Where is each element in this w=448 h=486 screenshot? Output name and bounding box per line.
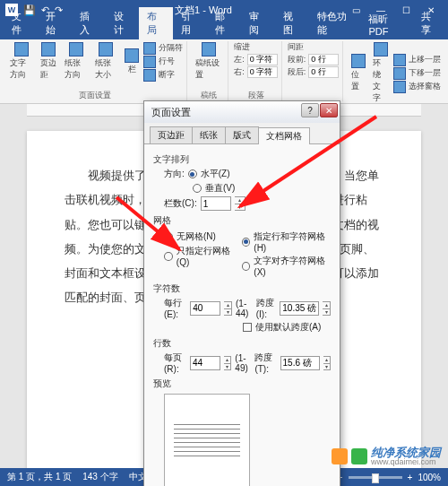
dialog-help-button[interactable]: ? bbox=[301, 103, 319, 117]
preview-pane bbox=[164, 394, 250, 486]
columns-spinner[interactable]: ▴▾ bbox=[235, 196, 246, 211]
indent-left-input[interactable] bbox=[247, 54, 278, 65]
zoom-level[interactable]: 100% bbox=[418, 473, 441, 482]
text-direction-button[interactable]: 文字方向 bbox=[7, 41, 36, 82]
dialog-title: 页面设置 bbox=[151, 106, 191, 119]
line-numbers-button[interactable]: 行号 bbox=[143, 56, 183, 68]
vertical-radio[interactable] bbox=[193, 184, 202, 193]
line-pitch-input[interactable] bbox=[280, 356, 320, 370]
tab-design[interactable]: 设计 bbox=[106, 7, 140, 39]
spacing-label: 间距 bbox=[288, 41, 340, 53]
tab-references[interactable]: 引用 bbox=[173, 7, 207, 39]
share-button[interactable]: 共享 bbox=[412, 7, 448, 39]
per-page-label: 每页(R): bbox=[164, 351, 186, 374]
direction-label: 方向: bbox=[164, 168, 185, 180]
ribbon-tabs: 文件 开始 插入 设计 布局 引用 邮件 审阅 视图 特色功能 福昕PDF 共享 bbox=[0, 20, 448, 39]
tab-view[interactable]: 视图 bbox=[275, 7, 309, 39]
line-pitch-spinner[interactable]: ▴▾ bbox=[323, 356, 331, 370]
ribbon: 文字方向 页边距 纸张方向 纸张大小 栏 分隔符 行号 断字 页面设置 稿纸设置… bbox=[0, 39, 448, 104]
bring-forward-button[interactable]: 上移一层 bbox=[393, 54, 441, 66]
dialog-tab-layout[interactable]: 版式 bbox=[225, 126, 259, 143]
indent-right-input[interactable] bbox=[247, 66, 278, 78]
per-page-range: (1-49) bbox=[235, 353, 251, 373]
tab-home[interactable]: 开始 bbox=[38, 7, 72, 39]
dialog-tabs: 页边距 纸张 版式 文档网格 bbox=[144, 123, 340, 144]
watermark: 纯净系统家园 www.qdaimei.com bbox=[332, 447, 441, 466]
line-pitch-label: 跨度(T): bbox=[254, 351, 276, 374]
size-button[interactable]: 纸张大小 bbox=[92, 41, 121, 82]
page-status[interactable]: 第 1 页，共 1 页 bbox=[7, 471, 72, 483]
group-paragraph-label: 段落 bbox=[234, 89, 278, 101]
word-count[interactable]: 143 个字 bbox=[82, 471, 117, 483]
tab-insert[interactable]: 插入 bbox=[72, 7, 106, 39]
page-setup-dialog: 页面设置 ? ✕ 页边距 纸张 版式 文档网格 文字排列 方向: 水平(Z) 垂… bbox=[143, 100, 340, 486]
breaks-button[interactable]: 分隔符 bbox=[143, 42, 183, 55]
per-page-input[interactable] bbox=[190, 356, 220, 370]
position-button[interactable]: 位置 bbox=[349, 53, 368, 93]
watermark-icon-1 bbox=[332, 448, 348, 464]
per-line-input[interactable] bbox=[190, 301, 220, 316]
tab-mailings[interactable]: 邮件 bbox=[207, 7, 241, 39]
grid-label: 网格 bbox=[153, 214, 331, 227]
send-backward-button[interactable]: 下移一层 bbox=[393, 67, 441, 80]
tab-features[interactable]: 特色功能 bbox=[309, 7, 361, 39]
dialog-titlebar[interactable]: 页面设置 ? ✕ bbox=[144, 101, 340, 123]
char-pitch-spinner[interactable]: ▴▾ bbox=[323, 301, 331, 316]
no-grid-radio[interactable] bbox=[164, 232, 173, 241]
char-pitch-label: 跨度(I): bbox=[256, 297, 277, 319]
selection-pane-button[interactable]: 选择窗格 bbox=[393, 81, 441, 93]
char-pitch-input[interactable] bbox=[280, 301, 319, 316]
align-grid-radio[interactable] bbox=[242, 262, 250, 271]
tab-layout[interactable]: 布局 bbox=[139, 7, 173, 39]
watermark-url: www.qdaimei.com bbox=[371, 458, 441, 466]
dialog-tab-margins[interactable]: 页边距 bbox=[150, 126, 193, 143]
horizontal-radio[interactable] bbox=[188, 169, 197, 178]
dialog-tab-paper[interactable]: 纸张 bbox=[192, 126, 226, 143]
hyphenation-button[interactable]: 断字 bbox=[143, 69, 183, 82]
zoom-slider[interactable] bbox=[349, 476, 402, 479]
per-line-spinner[interactable]: ▴▾ bbox=[224, 301, 232, 316]
preview-label: 预览 bbox=[153, 378, 331, 390]
margins-button[interactable]: 页边距 bbox=[38, 41, 60, 82]
tab-file[interactable]: 文件 bbox=[4, 7, 38, 39]
watermark-icon-2 bbox=[351, 448, 367, 464]
tab-review[interactable]: 审阅 bbox=[241, 7, 275, 39]
manuscript-button[interactable]: 稿纸设置 bbox=[193, 41, 224, 82]
dialog-close-button[interactable]: ✕ bbox=[320, 103, 338, 117]
line-count-label: 行数 bbox=[153, 337, 331, 350]
zoom-in-icon[interactable]: + bbox=[408, 473, 413, 482]
columns-input[interactable] bbox=[201, 196, 231, 211]
orientation-button[interactable]: 纸张方向 bbox=[62, 41, 90, 82]
columns-button[interactable]: 栏 bbox=[122, 48, 142, 76]
spacing-after-input[interactable] bbox=[308, 66, 339, 78]
per-page-spinner[interactable]: ▴▾ bbox=[224, 356, 231, 370]
dialog-tab-grid[interactable]: 文档网格 bbox=[258, 127, 310, 144]
columns-label: 栏数(C): bbox=[164, 197, 197, 210]
tab-foxit-pdf[interactable]: 福昕PDF bbox=[360, 10, 412, 39]
default-pitch-checkbox[interactable] bbox=[243, 323, 252, 332]
text-arrange-label: 文字排列 bbox=[153, 153, 331, 166]
per-line-range: (1-44) bbox=[236, 299, 253, 318]
indent-label: 缩进 bbox=[234, 41, 278, 53]
char-line-grid-radio[interactable] bbox=[242, 238, 250, 247]
group-page-setup-label: 页面设置 bbox=[7, 89, 183, 101]
group-manuscript-label: 稿纸 bbox=[193, 89, 224, 101]
spacing-before-input[interactable] bbox=[308, 54, 339, 65]
wrap-text-button[interactable]: 环绕文字 bbox=[370, 41, 392, 105]
per-line-label: 每行(E): bbox=[164, 297, 186, 319]
line-grid-radio[interactable] bbox=[164, 252, 173, 261]
char-count-label: 字符数 bbox=[153, 282, 331, 295]
